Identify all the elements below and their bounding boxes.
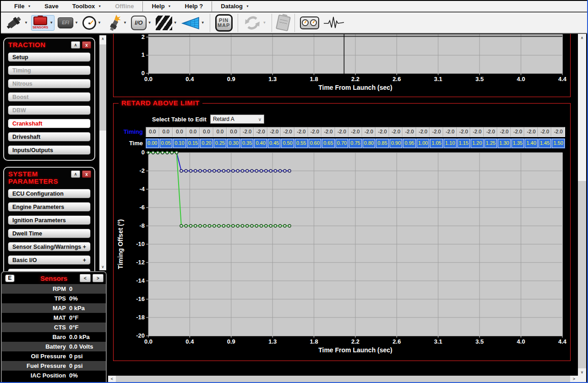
data-point[interactable] — [189, 170, 192, 172]
data-point[interactable] — [161, 151, 164, 154]
timing-cell[interactable]: -2.0 — [551, 127, 565, 137]
data-point[interactable] — [288, 224, 291, 227]
data-point[interactable] — [170, 151, 173, 154]
timing-cell[interactable]: 0.0 — [146, 127, 159, 137]
timing-cell[interactable]: -2.0 — [348, 127, 362, 137]
timing-cell[interactable]: -2.0 — [403, 127, 416, 137]
chevron-down-icon[interactable]: ▼ — [24, 21, 28, 25]
menu-save[interactable]: Save — [38, 1, 65, 11]
io-button[interactable]: I/O ▼ — [130, 15, 152, 31]
sidebar-item-sensor-scaling-warnings[interactable]: Sensor Scaling/Warnings+ — [8, 242, 91, 252]
prev-page-button[interactable]: < — [80, 274, 91, 282]
chevron-down-icon[interactable]: ▼ — [98, 21, 101, 25]
data-point[interactable] — [185, 170, 187, 172]
collapse-button[interactable]: ∧ — [71, 170, 80, 178]
sidebar-item-setup[interactable]: Setup — [8, 52, 91, 62]
data-point[interactable] — [152, 151, 154, 154]
scroll-up-icon[interactable]: ∧ — [99, 35, 106, 42]
chevron-down-icon[interactable]: ▼ — [123, 21, 127, 25]
data-point[interactable] — [250, 170, 253, 172]
data-point[interactable] — [194, 170, 197, 172]
menu-help[interactable]: Help▼ — [145, 1, 178, 11]
scroll-down-icon[interactable]: ∨ — [99, 263, 106, 270]
data-point[interactable] — [232, 224, 234, 227]
sensors-button[interactable]: SENSORS ▼ — [31, 15, 54, 31]
pin-map-button[interactable]: PIN MAP — [214, 13, 234, 33]
data-point[interactable] — [194, 224, 197, 227]
chevron-down-icon[interactable]: ▼ — [174, 21, 177, 25]
data-point[interactable] — [189, 224, 192, 227]
timing-cell[interactable]: 0.0 — [227, 127, 240, 137]
stripes-button[interactable]: ▼ — [155, 15, 178, 31]
main-horizontal-scrollbar[interactable]: < > — [108, 376, 578, 382]
data-point[interactable] — [255, 170, 258, 172]
data-point[interactable] — [213, 224, 216, 227]
sidebar-item-ignition-parameters[interactable]: Ignition Parameters — [8, 215, 91, 225]
timing-cell[interactable]: -2.0 — [443, 127, 457, 137]
timing-cell[interactable]: -2.0 — [416, 127, 430, 137]
data-point[interactable] — [208, 224, 211, 227]
menu-datalog[interactable]: Datalog▼ — [214, 1, 256, 11]
timing-cell[interactable]: -2.0 — [254, 127, 267, 137]
data-point[interactable] — [227, 224, 230, 227]
sidebar-item-inputs-outputs[interactable]: Inputs/Outputs — [8, 145, 91, 155]
sidebar-item-driveshaft[interactable]: Driveshaft — [8, 132, 91, 142]
data-point[interactable] — [279, 224, 282, 227]
data-point[interactable] — [260, 170, 263, 172]
data-point[interactable] — [265, 224, 267, 227]
data-point[interactable] — [274, 170, 277, 172]
data-point[interactable] — [236, 224, 239, 227]
chevron-down-icon[interactable]: ▼ — [148, 21, 152, 25]
data-point[interactable] — [236, 170, 239, 172]
data-point[interactable] — [203, 170, 206, 172]
data-point[interactable] — [269, 224, 272, 227]
sidebar-item-crankshaft[interactable]: Crankshaft — [8, 119, 91, 128]
data-point[interactable] — [241, 224, 244, 227]
data-point[interactable] — [250, 224, 253, 227]
chevron-down-icon[interactable]: ▼ — [201, 21, 205, 25]
timing-cell[interactable]: -2.0 — [335, 127, 349, 137]
datalog-trace-button[interactable] — [322, 15, 345, 31]
timing-cell[interactable]: -2.0 — [294, 127, 308, 137]
close-button[interactable]: x — [82, 41, 91, 49]
menu-file[interactable]: File▼ — [7, 1, 38, 11]
gauges-view-button[interactable] — [299, 16, 320, 30]
scroll-up-icon[interactable]: ∧ — [578, 34, 586, 41]
scrollbar-thumb[interactable] — [578, 181, 586, 369]
scrollbar-thumb[interactable] — [116, 376, 570, 382]
data-point[interactable] — [246, 170, 249, 172]
chevron-down-icon[interactable]: ▼ — [49, 21, 53, 25]
data-point[interactable] — [157, 151, 159, 154]
table-select-dropdown[interactable]: Retard A ∨ — [210, 115, 264, 124]
data-point[interactable] — [166, 151, 169, 154]
data-point[interactable] — [218, 224, 220, 227]
timing-cell[interactable]: -2.0 — [470, 127, 484, 137]
timing-cell[interactable]: -2.0 — [497, 127, 511, 137]
data-point[interactable] — [175, 151, 178, 154]
sidebar-item-dwell-time[interactable]: Dwell Time — [8, 229, 91, 238]
timing-cell[interactable]: -2.0 — [511, 127, 525, 137]
data-point[interactable] — [227, 170, 230, 172]
timing-cell[interactable]: -2.0 — [430, 127, 443, 137]
timing-cell[interactable]: -2.0 — [538, 127, 552, 137]
scroll-down-icon[interactable]: ∨ — [578, 368, 586, 376]
scroll-left-icon[interactable]: < — [108, 376, 116, 382]
data-point[interactable] — [222, 224, 225, 227]
data-point[interactable] — [218, 170, 220, 172]
data-point[interactable] — [241, 170, 244, 172]
data-point[interactable] — [255, 224, 258, 227]
timing-cell[interactable]: -2.0 — [267, 127, 281, 137]
data-point[interactable] — [246, 224, 249, 227]
data-point[interactable] — [180, 224, 183, 227]
timing-cell[interactable]: 0.0 — [213, 127, 227, 137]
menu-toolbox[interactable]: Toolbox▼ — [65, 1, 109, 11]
timing-cell[interactable]: 0.0 — [159, 127, 173, 137]
data-point[interactable] — [199, 224, 201, 227]
timing-cell[interactable]: 0.0 — [173, 127, 186, 137]
sparkplug-button[interactable]: ▼ — [104, 13, 128, 33]
mesh-surface-button[interactable]: ▼ — [180, 15, 206, 31]
data-point[interactable] — [213, 170, 216, 172]
timing-cell[interactable]: -2.0 — [389, 127, 403, 137]
scroll-right-icon[interactable]: > — [570, 376, 578, 382]
data-point[interactable] — [180, 170, 183, 172]
